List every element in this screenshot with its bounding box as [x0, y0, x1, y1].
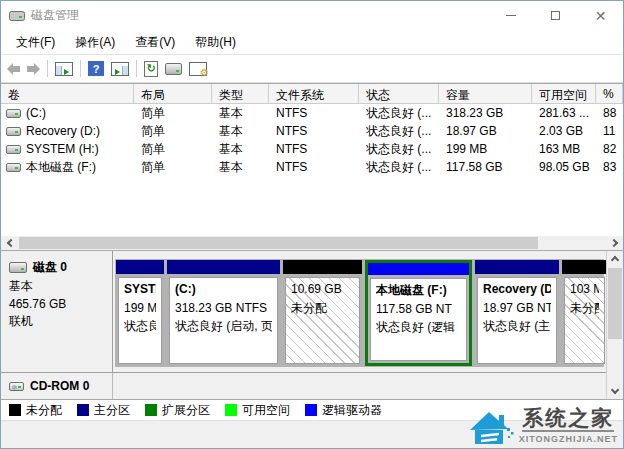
help-icon[interactable]: ?: [88, 61, 104, 76]
disk-type: 基本: [9, 278, 104, 295]
show-console-tree-icon[interactable]: [55, 62, 73, 76]
xitongzhijia-logo-icon: [469, 406, 515, 446]
disk-status: 联机: [9, 313, 104, 330]
volume-status: 状态良好 (...: [359, 105, 439, 122]
volume-type: 基本: [212, 141, 269, 158]
volume-pct: 83: [596, 160, 623, 174]
scroll-left-icon[interactable]: [1, 236, 17, 250]
vertical-scroll-thumb[interactable]: [608, 268, 622, 339]
column-header-layout[interactable]: 布局: [134, 84, 212, 103]
column-header-free-space[interactable]: 可用空间: [532, 84, 596, 103]
volume-status: 状态良好 (...: [359, 123, 439, 140]
cdrom-name: CD-ROM 0: [30, 379, 89, 393]
toolbar-separator: [47, 60, 48, 77]
volume-row-c[interactable]: (C:) 简单 基本 NTFS 状态良好 (... 318.23 GB 281.…: [1, 104, 623, 122]
minimize-icon[interactable]: [488, 1, 533, 30]
column-header-volume[interactable]: 卷: [1, 84, 134, 103]
partition-system[interactable]: SYSTEM 199 MB 状态良好: [116, 260, 164, 366]
volume-pct: 88: [596, 106, 623, 120]
volume-capacity: 18.97 GB: [439, 124, 532, 138]
legend-color-swatch: [305, 404, 317, 416]
partition-status: 状态良好 (逻辑: [376, 318, 461, 337]
column-header-filesystem[interactable]: 文件系统: [269, 84, 359, 103]
cdrom-empty-area: [113, 373, 606, 399]
forward-icon[interactable]: [27, 63, 40, 75]
cdrom-icon: [9, 382, 24, 391]
column-header-status[interactable]: 状态: [359, 84, 439, 103]
volume-row-system-h[interactable]: SYSTEM (H:) 简单 基本 NTFS 状态良好 (... 199 MB …: [1, 140, 623, 158]
menu-action[interactable]: 操作(A): [66, 31, 124, 54]
vertical-scrollbar[interactable]: [606, 251, 623, 399]
toolbar-separator: [80, 60, 81, 77]
legend-color-swatch: [225, 404, 237, 416]
scroll-right-icon[interactable]: [607, 236, 623, 250]
volume-name: Recovery (D:): [26, 124, 100, 138]
legend-primary-partition: 主分区: [77, 402, 130, 419]
disk-management-console-icon[interactable]: ⚙: [189, 62, 207, 76]
refresh-icon[interactable]: ↻: [144, 61, 158, 77]
partition-type-bar: [283, 260, 362, 274]
disk-name: 磁盘 0: [33, 259, 67, 276]
partition-unallocated-2[interactable]: 103 M 未分配: [562, 260, 607, 366]
scroll-down-icon[interactable]: [607, 384, 623, 399]
partition-recovery-d[interactable]: Recovery (D 18.97 GB NT 状态良好 (主分: [475, 260, 559, 366]
disk-0-info[interactable]: 磁盘 0 基本 465.76 GB 联机: [1, 251, 113, 372]
show-action-pane-icon[interactable]: [111, 62, 129, 76]
legend-logical-drive: 逻辑驱动器: [305, 402, 382, 419]
menu-view[interactable]: 查看(V): [126, 31, 184, 54]
partition-unallocated-1[interactable]: 10.69 GB 未分配: [283, 260, 362, 366]
legend-unallocated: 未分配: [9, 402, 62, 419]
volume-table: 卷 布局 类型 文件系统 状态 容量 可用空间 % (C:) 简单 基本 NTF…: [1, 83, 623, 251]
disk-0-row: 磁盘 0 基本 465.76 GB 联机 SYSTEM 199 MB 状态良好: [1, 251, 606, 373]
partition-status: 状态良好 (启动, 页: [175, 317, 272, 336]
drive-properties-icon[interactable]: [165, 63, 182, 75]
close-icon[interactable]: ✕: [578, 1, 623, 30]
volume-layout: 简单: [134, 159, 212, 176]
partition-status: 状态良好: [124, 317, 156, 336]
volume-fs: NTFS: [269, 142, 359, 156]
column-header-percent[interactable]: %: [596, 84, 623, 103]
partition-c[interactable]: (C:) 318.23 GB NTFS 状态良好 (启动, 页: [167, 260, 280, 366]
volume-fs: NTFS: [269, 106, 359, 120]
volume-status: 状态良好 (...: [359, 159, 439, 176]
maximize-icon[interactable]: [533, 1, 578, 30]
partition-type-bar: [475, 260, 559, 274]
volume-row-local-f[interactable]: 本地磁盘 (F:) 简单 基本 NTFS 状态良好 (... 117.58 GB…: [1, 158, 623, 176]
partition-label: SYSTEM: [124, 280, 156, 299]
volume-capacity: 199 MB: [439, 142, 532, 156]
volume-icon: [6, 127, 21, 136]
partition-size: 18.97 GB NT: [483, 299, 551, 318]
horizontal-scroll-thumb[interactable]: [19, 237, 538, 249]
volume-type: 基本: [212, 159, 269, 176]
volume-capacity: 318.23 GB: [439, 106, 532, 120]
legend-label: 未分配: [26, 402, 62, 419]
cdrom-0-row: CD-ROM 0: [1, 373, 606, 399]
column-header-capacity[interactable]: 容量: [439, 84, 532, 103]
volume-free: 163 MB: [532, 142, 596, 156]
disk-graphical-view: 磁盘 0 基本 465.76 GB 联机 SYSTEM 199 MB 状态良好: [1, 251, 623, 400]
legend-color-swatch: [9, 404, 21, 416]
cdrom-0-info[interactable]: CD-ROM 0: [1, 373, 113, 399]
partition-status: 未分配: [570, 299, 599, 318]
watermark-title: 系统之家: [522, 406, 614, 432]
volume-icon: [6, 109, 21, 118]
menu-file[interactable]: 文件(F): [7, 31, 64, 54]
volume-name: 本地磁盘 (F:): [26, 159, 96, 176]
legend-color-swatch: [77, 404, 89, 416]
menu-help[interactable]: 帮助(H): [186, 31, 245, 54]
volume-type: 基本: [212, 123, 269, 140]
scroll-up-icon[interactable]: [607, 251, 623, 266]
partition-size: 318.23 GB NTFS: [175, 299, 272, 318]
volume-free: 281.63 ...: [532, 106, 596, 120]
legend-label: 扩展分区: [162, 402, 210, 419]
partition-type-bar: [116, 260, 164, 274]
legend-label: 逻辑驱动器: [322, 402, 382, 419]
table-empty-area: [1, 176, 623, 236]
volume-layout: 简单: [134, 105, 212, 122]
volume-fs: NTFS: [269, 124, 359, 138]
back-icon[interactable]: [7, 63, 20, 75]
partition-local-f[interactable]: 本地磁盘 (F:) 117.58 GB NT 状态良好 (逻辑: [365, 260, 472, 366]
column-header-type[interactable]: 类型: [212, 84, 269, 103]
horizontal-scrollbar[interactable]: [1, 236, 623, 250]
volume-row-recovery-d[interactable]: Recovery (D:) 简单 基本 NTFS 状态良好 (... 18.97…: [1, 122, 623, 140]
